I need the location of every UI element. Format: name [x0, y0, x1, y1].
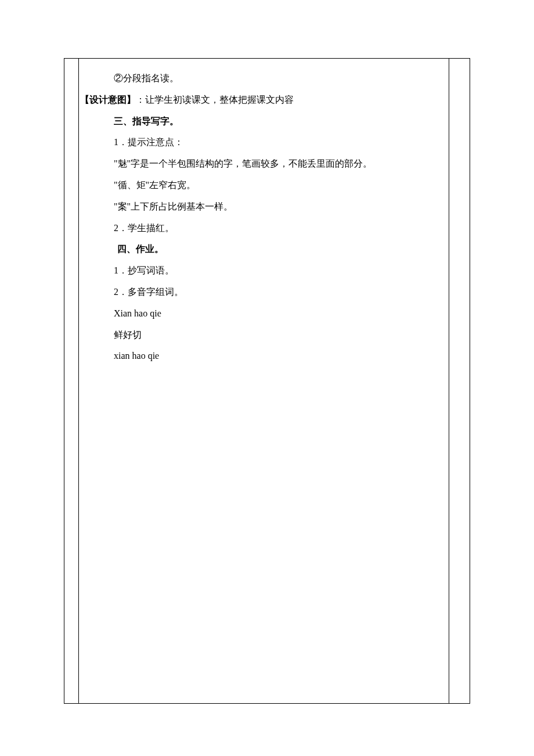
- text-line: 1．抄写词语。: [85, 260, 443, 282]
- text-line: xian hao qie: [85, 345, 443, 367]
- text-line: Xian hao qie: [85, 303, 443, 325]
- text-line: 2．学生描红。: [85, 218, 443, 239]
- design-intent-line: 【设计意图】：让学生初读课文，整体把握课文内容: [80, 89, 443, 111]
- page-container: ②分段指名读。 【设计意图】：让学生初读课文，整体把握课文内容 三、指导写字。 …: [0, 0, 534, 756]
- section-heading: 三、指导写字。: [85, 111, 443, 132]
- design-intent-text: ：让学生初读课文，整体把握课文内容: [136, 95, 294, 105]
- text-line: "魅"字是一个半包围结构的字，笔画较多，不能丢里面的部分。: [85, 153, 443, 175]
- text-line: 1．提示注意点：: [85, 132, 443, 153]
- left-column: [64, 59, 79, 704]
- text-line: 鲜好切: [85, 325, 443, 346]
- design-intent-label: 【设计意图】: [80, 95, 136, 105]
- main-content-column: ②分段指名读。 【设计意图】：让学生初读课文，整体把握课文内容 三、指导写字。 …: [79, 59, 449, 704]
- text-line: 2．多音字组词。: [85, 282, 443, 303]
- section-heading: 四、作业。: [85, 239, 443, 260]
- document-table: ②分段指名读。 【设计意图】：让学生初读课文，整体把握课文内容 三、指导写字。 …: [64, 58, 470, 704]
- text-line: ②分段指名读。: [85, 68, 443, 89]
- text-line: "案"上下所占比例基本一样。: [85, 196, 443, 218]
- right-column: [449, 59, 470, 704]
- text-line: "循、矩"左窄右宽。: [85, 175, 443, 196]
